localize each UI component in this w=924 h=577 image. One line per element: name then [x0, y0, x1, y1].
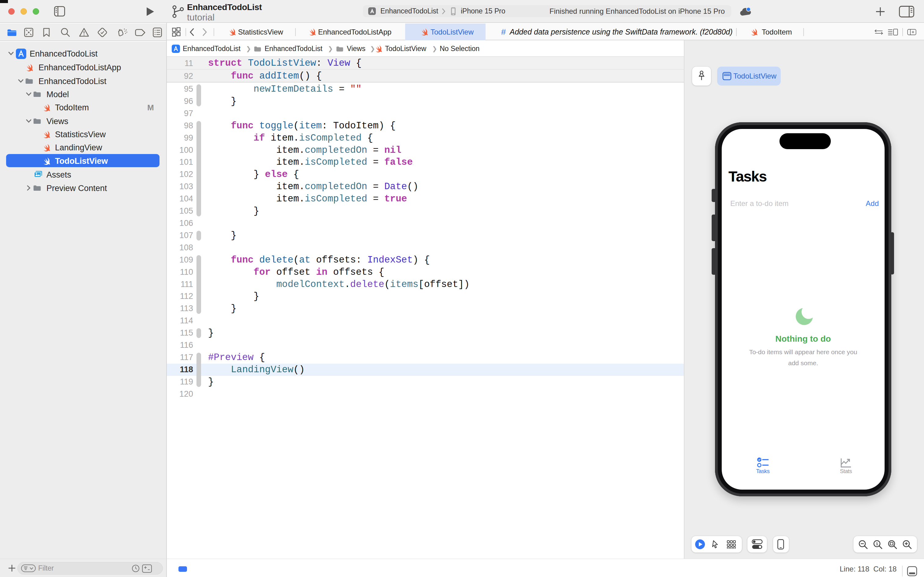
- svg-text:1: 1: [876, 542, 878, 546]
